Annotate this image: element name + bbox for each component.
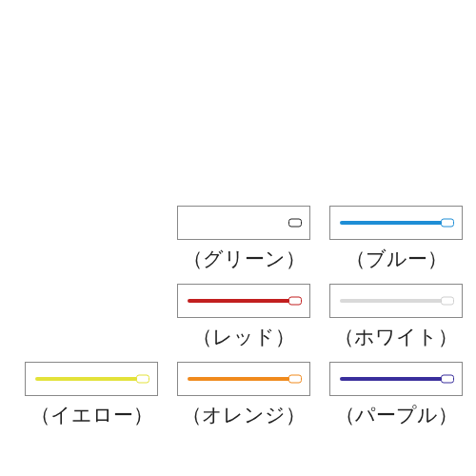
swatch-box — [177, 284, 310, 318]
swatch-box — [329, 362, 463, 396]
swatch-label: （ブルー） — [346, 246, 447, 272]
swatch-row: （グリーン） （ブルー） — [177, 206, 463, 272]
swatch-box — [25, 362, 158, 396]
color-swatch-grid: （グリーン） （ブルー） （レッド） （ホワイト） （イエロ — [25, 206, 463, 428]
swatch-cell-purple: （パープル） — [329, 362, 463, 428]
swatch-label: （オレンジ） — [182, 402, 306, 428]
swatch-cell-orange: （オレンジ） — [177, 362, 310, 428]
swatch-box — [177, 206, 310, 240]
handle-icon — [340, 221, 453, 225]
swatch-row: （レッド） （ホワイト） — [177, 284, 463, 350]
swatch-cell-green: （グリーン） — [177, 206, 310, 272]
swatch-box — [329, 284, 463, 318]
swatch-cell-red: （レッド） — [177, 284, 310, 350]
swatch-box — [177, 362, 310, 396]
swatch-label: （グリーン） — [183, 246, 306, 272]
handle-icon — [188, 221, 301, 225]
handle-icon — [188, 299, 301, 303]
swatch-label: （イエロー） — [30, 402, 153, 428]
handle-icon — [340, 299, 453, 303]
handle-icon — [340, 377, 453, 381]
swatch-row: （イエロー） （オレンジ） （パープル） — [25, 362, 463, 428]
swatch-cell-yellow: （イエロー） — [25, 362, 158, 428]
swatch-cell-blue: （ブルー） — [329, 206, 463, 272]
swatch-label: （レッド） — [192, 324, 295, 350]
swatch-cell-white: （ホワイト） — [329, 284, 463, 350]
swatch-label: （ホワイト） — [334, 324, 458, 350]
swatch-box — [329, 206, 463, 240]
handle-icon — [188, 377, 301, 381]
handle-icon — [35, 377, 149, 381]
swatch-label: （パープル） — [335, 402, 458, 428]
